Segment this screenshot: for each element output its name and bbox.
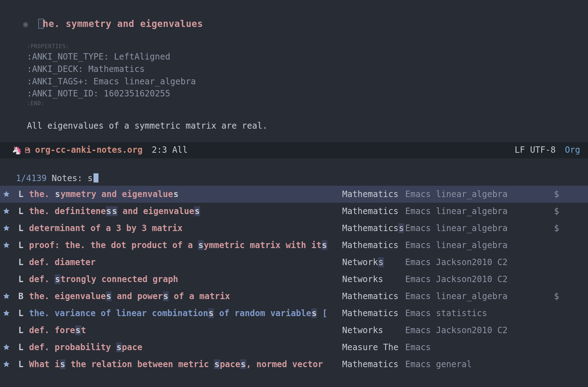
item-deck: Mathematics: [342, 239, 405, 252]
headline[interactable]: ◉ he. symmetry and eigenvalues: [0, 5, 588, 43]
item-title: def. strongly connected graph: [29, 273, 342, 286]
major-mode: Org: [565, 144, 580, 156]
item-title: the. definiteness and eigenvalues: [29, 205, 342, 218]
editor-buffer[interactable]: ◉ he. symmetry and eigenvalues :PROPERTI…: [0, 0, 588, 132]
star-icon: [0, 360, 13, 368]
item-title: the. eigenvalues and powers of a matrix: [29, 290, 342, 303]
item-tags: Emacs Jackson2010 C2: [405, 273, 554, 286]
item-type: L: [13, 307, 29, 320]
item-title: proof: the. the dot product of a symmetr…: [29, 239, 342, 252]
headline-title: he. symmetry and eigenvalues: [43, 18, 203, 29]
entry-body: All eigenvalues of a symmetric matrix ar…: [0, 120, 588, 132]
item-extra: $: [554, 290, 559, 303]
buffer-filename: org-cc-anki-notes.org: [35, 144, 142, 156]
save-icon: [24, 147, 31, 154]
item-tags: Emacs Jackson2010 C2: [405, 324, 554, 337]
minibuffer-prompt[interactable]: 1/4139 Notes: s: [0, 158, 588, 186]
item-title: the. symmetry and eigenvalues: [29, 188, 342, 201]
item-type: L: [13, 273, 29, 286]
prompt-label: Notes:: [47, 173, 88, 183]
list-item[interactable]: Bthe. eigenvalues and powers of a matrix…: [0, 288, 588, 305]
item-type: L: [13, 239, 29, 252]
item-type: L: [13, 188, 29, 201]
candidate-list[interactable]: Lthe. symmetry and eigenvaluesMathematic…: [0, 186, 588, 387]
list-item[interactable]: Lthe. symmetry and eigenvaluesMathematic…: [0, 186, 588, 203]
prop-tags: :ANKI_TAGS+: Emacs linear_algebra: [0, 75, 588, 88]
list-item[interactable]: Lproof: the. the dot product of a symmet…: [0, 237, 588, 254]
star-icon: [0, 309, 13, 317]
star-icon: [0, 207, 13, 215]
item-tags: Emacs linear_algebra: [405, 239, 554, 252]
item-deck: Mathematicss: [342, 222, 405, 235]
item-type: L: [13, 358, 29, 371]
bullet-icon: ◉: [21, 18, 38, 30]
item-deck: Mathematics: [342, 205, 405, 218]
star-icon: [0, 224, 13, 232]
buffer-encoding: LF UTF-8: [515, 144, 556, 156]
list-item[interactable]: Ldeterminant of a 3 by 3 matrixMathemati…: [0, 220, 588, 237]
item-type: L: [13, 324, 29, 337]
item-title: What is the relation between metric spac…: [29, 358, 342, 371]
list-item[interactable]: Lthe. definiteness and eigenvaluesMathem…: [0, 203, 588, 220]
properties-close: :END:: [0, 100, 588, 108]
item-deck: Mathematics: [342, 307, 405, 320]
item-tags: Emacs linear_algebra: [405, 290, 554, 303]
item-extra: $: [554, 188, 559, 201]
item-tags: Emacs: [405, 341, 554, 354]
item-deck: Mathematics: [342, 188, 405, 201]
item-tags: Emacs linear_algebra: [405, 188, 554, 201]
cursor-position: 2:3 All: [152, 144, 187, 156]
item-tags: Emacs statistics: [405, 307, 554, 320]
search-input[interactable]: s: [87, 173, 92, 183]
item-extra: $: [554, 222, 559, 235]
item-type: L: [13, 256, 29, 269]
list-item[interactable]: Ldef. forestNetworksEmacs Jackson2010 C2: [0, 322, 588, 339]
prop-note-type: :ANKI_NOTE_TYPE: LeftAligned: [0, 51, 588, 63]
item-tags: Emacs Jackson2010 C2: [405, 256, 554, 269]
properties-open: :PROPERTIES:: [0, 43, 588, 51]
list-item[interactable]: LWhat is the relation between metric spa…: [0, 356, 588, 373]
star-icon: [0, 190, 13, 198]
list-item[interactable]: Lthe. variance of linear combinations of…: [0, 305, 588, 322]
prop-note-id: :ANKI_NOTE_ID: 1602351620255: [0, 88, 588, 100]
modeline: 🦄 org-cc-anki-notes.org 2:3 All LF UTF-8…: [0, 142, 588, 158]
prop-deck: :ANKI_DECK: Mathematics: [0, 63, 588, 75]
item-deck: Mathematics: [342, 358, 405, 371]
unicorn-icon: 🦄: [12, 145, 22, 156]
item-type: L: [13, 205, 29, 218]
list-item[interactable]: Ldef. probability spaceMeasure TheEmacs: [0, 339, 588, 356]
match-count: 1/4139: [16, 173, 47, 183]
item-title: def. diameter: [29, 256, 342, 269]
item-deck: Networks: [342, 324, 405, 337]
list-item[interactable]: Ldef. diameterNetworksEmacs Jackson2010 …: [0, 254, 588, 271]
item-title: def. probability space: [29, 341, 342, 354]
item-tags: Emacs linear_algebra: [405, 222, 554, 235]
star-icon: [0, 343, 13, 351]
blank-line: [0, 108, 588, 120]
item-title: def. forest: [29, 324, 342, 337]
item-tags: Emacs linear_algebra: [405, 205, 554, 218]
star-icon: [0, 241, 13, 249]
item-deck: Networks: [342, 256, 405, 269]
item-deck: Mathematics: [342, 290, 405, 303]
item-title: determinant of a 3 by 3 matrix: [29, 222, 342, 235]
list-item[interactable]: Ldef. strongly connected graphNetworksEm…: [0, 271, 588, 288]
item-type: L: [13, 222, 29, 235]
caret-icon: [94, 173, 98, 183]
item-extra: $: [554, 205, 559, 218]
item-deck: Measure The: [342, 341, 405, 354]
item-tags: Emacs general: [405, 358, 554, 371]
item-title: the. variance of linear combinations of …: [29, 307, 342, 320]
item-type: B: [13, 290, 29, 303]
star-icon: [0, 292, 13, 300]
item-type: L: [13, 341, 29, 354]
item-deck: Networks: [342, 273, 405, 286]
